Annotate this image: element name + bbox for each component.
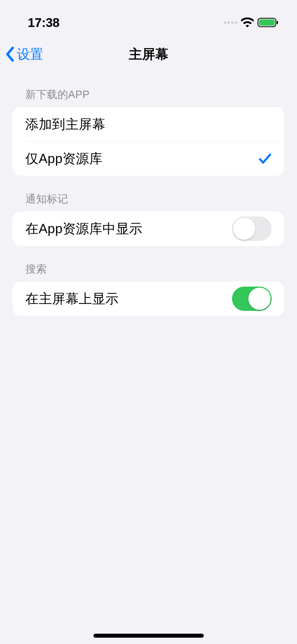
cellular-dots-icon xyxy=(224,21,237,24)
toggle-show-on-home[interactable]: 在主屏幕上显示 xyxy=(13,282,284,316)
section-search: 在主屏幕上显示 xyxy=(13,282,284,316)
back-button[interactable]: 设置 xyxy=(5,45,43,63)
wifi-icon xyxy=(241,17,254,27)
battery-icon xyxy=(257,17,279,27)
status-icons xyxy=(224,17,279,27)
section-header-new-apps: 新下载的APP xyxy=(13,71,284,107)
switch[interactable] xyxy=(232,287,272,311)
status-time: 17:38 xyxy=(28,15,59,30)
switch-knob xyxy=(233,218,255,240)
switch-knob xyxy=(248,288,271,310)
option-add-to-home[interactable]: 添加到主屏幕 xyxy=(13,107,284,141)
section-new-apps: 添加到主屏幕 仅App资源库 xyxy=(13,107,284,176)
chevron-left-icon xyxy=(5,46,15,62)
section-header-badges: 通知标记 xyxy=(13,176,284,211)
row-label: 在主屏幕上显示 xyxy=(25,290,119,308)
nav-bar: 设置 主屏幕 xyxy=(0,37,297,71)
svg-rect-1 xyxy=(259,19,275,26)
home-indicator[interactable] xyxy=(93,634,204,638)
back-label: 设置 xyxy=(17,45,43,63)
toggle-show-in-app-library[interactable]: 在App资源库中显示 xyxy=(13,211,284,246)
svg-rect-2 xyxy=(277,21,278,24)
content: 新下载的APP 添加到主屏幕 仅App资源库 通知标记 在App资源库中显示 搜… xyxy=(0,71,297,316)
row-label: 在App资源库中显示 xyxy=(25,220,143,238)
row-label: 仅App资源库 xyxy=(25,150,102,168)
section-header-search: 搜索 xyxy=(13,246,284,282)
checkmark-icon xyxy=(258,152,272,165)
option-app-library-only[interactable]: 仅App资源库 xyxy=(13,141,284,176)
status-bar: 17:38 xyxy=(0,0,297,37)
page-title: 主屏幕 xyxy=(129,45,168,63)
switch[interactable] xyxy=(232,217,272,241)
section-badges: 在App资源库中显示 xyxy=(13,211,284,246)
row-label: 添加到主屏幕 xyxy=(25,116,105,133)
